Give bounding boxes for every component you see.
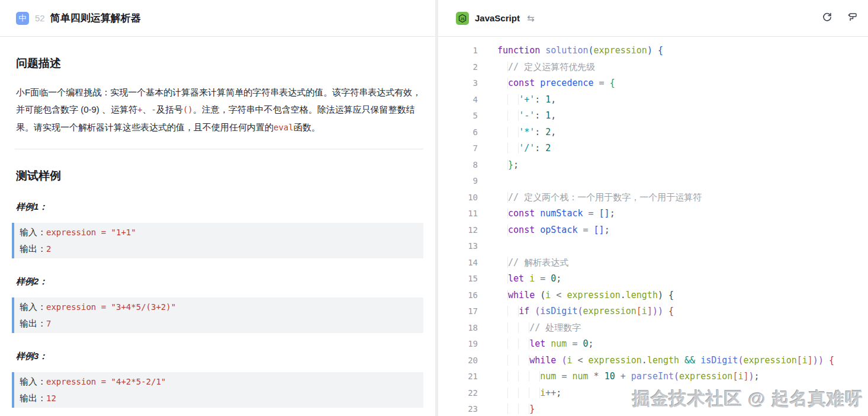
code-token: . [642,355,647,366]
swap-language-icon[interactable]: ⇆ [527,13,535,24]
code-token [535,78,540,88]
code-token: const [508,78,535,88]
code-line[interactable]: 13 [438,238,868,255]
code-line[interactable]: 1function solution(expression) { [438,43,868,59]
code-token: ) [818,355,824,366]
code-token: // 处理数字 [529,322,581,333]
code-token: = [583,225,589,235]
code-token: , [551,110,556,121]
format-code-button[interactable] [846,12,859,25]
code-token: let [529,338,545,349]
code-token: [] [594,225,605,235]
line-number: 4 [438,92,478,108]
code-token: { [829,355,834,366]
example-label: 样例3： [16,351,423,362]
code-line[interactable]: 17 if (isDigit(expression[i])) { [438,303,868,320]
code-token: isDigit [700,355,738,366]
code-line[interactable]: 18 // 处理数字 [438,320,868,337]
example-label: 样例1： [16,201,423,213]
code-line[interactable]: 4 '+': 1, [438,92,868,108]
code-line[interactable]: 5 '-': 1, [438,108,868,124]
code-token [497,159,508,170]
code-line[interactable]: 14 // 解析表达式 [438,255,868,271]
code-token: ; [556,388,561,398]
code-line[interactable]: 19 let num = 0; [438,336,868,353]
code-line[interactable]: 10 // 定义两个栈：一个用于数字，一个用于运算符 [438,190,868,206]
line-number: 5 [438,108,478,124]
code-line[interactable]: 3 const precedence = { [438,75,868,92]
code-token [497,257,508,268]
code-token: ) [813,355,818,366]
code-line[interactable]: 11 const numStack = []; [438,206,868,222]
code-editor[interactable]: 1function solution(expression) {2 // 定义运… [438,37,868,416]
code-token [551,290,556,300]
code-line[interactable]: 21 num = num * 10 + parseInt(expression[… [438,369,868,385]
line-number: 17 [438,303,478,320]
code-line-content: const numStack = []; [478,206,615,222]
code-line[interactable]: 23 } [438,401,868,416]
code-line[interactable]: 20 while (i < expression.length && isDig… [438,353,868,369]
code-token [497,225,508,235]
inline-code: () [183,105,193,114]
code-line-content: '*': 2, [478,124,556,141]
code-token: '*' [519,127,535,137]
format-code-icon [847,12,857,25]
code-line[interactable]: 9 [438,173,868,190]
problem-description: 小F面临一个编程挑战：实现一个基本的计算器来计算简单的字符串表达式的值。该字符串… [16,84,423,136]
output-code: 12 [46,393,56,403]
code-line-content: // 定义两个栈：一个用于数字，一个用于运算符 [478,190,702,206]
code-token [594,78,599,88]
code-token: ++ [545,388,556,398]
code-token: length [626,290,658,300]
code-token: ) [647,45,652,56]
code-line[interactable]: 6 '*': 2, [438,124,868,141]
input-label: 输入： [20,376,46,386]
js-hexagon-icon: JS [456,12,469,25]
code-token: 1 [545,94,551,105]
code-token: , [551,127,556,137]
code-line[interactable]: 12 const opStack = []; [438,222,868,239]
reset-code-button[interactable] [821,12,834,25]
code-token: ; [589,338,594,349]
code-line-content: '-': 1, [478,108,556,124]
example-block: 输入：expression = "1+1" 输出：2 [12,223,423,258]
output-label: 输出： [20,393,46,403]
code-line[interactable]: 2 // 定义运算符优先级 [438,59,868,76]
editor-panel: JS JavaScript ⇆ [438,0,868,416]
code-token: 0 [583,338,589,349]
code-line[interactable]: 15 let i = 0; [438,271,868,287]
code-token: while [529,355,556,366]
code-line[interactable]: 8 }; [438,157,868,174]
code-line-content: let num = 0; [478,336,594,353]
code-token [594,208,599,219]
code-token [695,355,700,366]
code-line-content: // 处理数字 [478,320,581,337]
code-line-content: const opStack = []; [478,222,610,239]
code-token: // 解析表达式 [508,257,568,268]
code-token [497,208,508,219]
line-number: 14 [438,255,478,271]
example-label: 样例2： [16,276,423,287]
code-line[interactable]: 22 i++; [438,385,868,402]
code-token: 2 [545,127,551,137]
code-token [535,208,540,219]
code-token: { [668,306,674,316]
code-token [497,62,508,72]
code-token: ] [808,355,813,366]
example-input-line: 输入：expression = "1+1" [20,224,417,241]
code-token: const [508,225,535,235]
code-token [626,371,631,382]
code-token [824,355,829,366]
code-token: : [535,127,540,137]
line-number: 19 [438,336,478,353]
code-token [577,338,583,349]
code-line[interactable]: 7 '/': 2 [438,140,868,157]
code-token: [] [599,208,610,219]
svg-text:JS: JS [460,16,465,20]
code-line[interactable]: 16 while (i < expression.length) { [438,287,868,304]
code-token [577,225,583,235]
code-token [497,273,508,284]
output-label: 输出： [20,244,46,254]
language-selector[interactable]: JS JavaScript ⇆ [456,12,534,25]
example-item: 样例2： 输入：expression = "3+4*5/(3+2)" 输出：7 [0,276,435,333]
